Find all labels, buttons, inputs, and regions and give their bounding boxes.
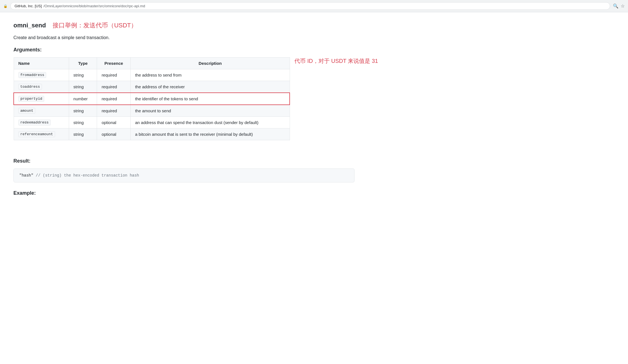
cell-description: the identifier of the tokens to send <box>131 93 290 105</box>
browser-icons: 🔍 ☆ <box>613 3 625 9</box>
cell-presence: optional <box>97 129 131 140</box>
col-header-presence: Presence <box>97 58 131 69</box>
table-row: fromaddressstringrequiredthe address to … <box>14 69 290 81</box>
result-section: Result: "hash" // (string) the hex-encod… <box>13 158 378 182</box>
api-name: omni_send <box>13 22 46 29</box>
cell-type: number <box>69 93 97 105</box>
table-row: toaddressstringrequiredthe address of th… <box>14 81 290 93</box>
cell-presence: required <box>97 81 131 93</box>
cell-presence: required <box>97 93 131 105</box>
col-header-description: Description <box>131 58 290 69</box>
address-bar[interactable]: GitHub, Inc. [US] /OmniLayer/omnicore/bl… <box>10 2 610 10</box>
result-comment: // (string) the hex-encoded transaction … <box>33 173 139 178</box>
table-row: amountstringrequiredthe amount to send <box>14 105 290 117</box>
cell-description: a bitcoin amount that is sent to the rec… <box>131 129 290 140</box>
cell-description: the address of the receiver <box>131 81 290 93</box>
result-title: Result: <box>13 158 378 164</box>
cell-name: fromaddress <box>14 69 69 81</box>
cell-name: toaddress <box>14 81 69 93</box>
lock-icon: 🔒 <box>3 4 8 8</box>
result-hash: "hash" <box>19 173 33 178</box>
cell-name: redeemaddress <box>14 117 69 129</box>
title-area: omni_send 接口举例：发送代币（USDT） <box>13 21 378 30</box>
cell-presence: required <box>97 105 131 117</box>
chinese-title: 接口举例：发送代币（USDT） <box>53 21 137 30</box>
cell-type: string <box>69 69 97 81</box>
star-icon[interactable]: ☆ <box>621 3 625 9</box>
example-section: Example: <box>13 190 378 196</box>
propertyid-annotation: 代币 ID，对于 USDT 来说值是 31 <box>294 57 378 65</box>
param-name-code: fromaddress <box>18 72 46 78</box>
description: Create and broadcast a simple send trans… <box>13 35 378 40</box>
browser-chrome: 🔒 GitHub, Inc. [US] /OmniLayer/omnicore/… <box>0 0 628 12</box>
cell-type: string <box>69 129 97 140</box>
search-icon[interactable]: 🔍 <box>613 3 618 9</box>
cell-type: string <box>69 117 97 129</box>
param-name-code: toaddress <box>18 84 42 90</box>
table-row: referenceamountstringoptionala bitcoin a… <box>14 129 290 140</box>
example-title: Example: <box>13 190 378 196</box>
col-header-name: Name <box>14 58 69 69</box>
cell-name: propertyid <box>14 93 69 105</box>
param-name-code: propertyid <box>18 96 44 102</box>
cell-name: referenceamount <box>14 129 69 140</box>
arguments-table: Name Type Presence Description fromaddre… <box>13 57 290 140</box>
cell-name: amount <box>14 105 69 117</box>
param-name-code: referenceamount <box>18 131 55 137</box>
param-name-code: amount <box>18 108 36 114</box>
table-section: Name Type Presence Description fromaddre… <box>13 57 378 149</box>
result-code-block: "hash" // (string) the hex-encoded trans… <box>13 168 355 182</box>
cell-type: string <box>69 81 97 93</box>
cell-type: string <box>69 105 97 117</box>
table-header-row: Name Type Presence Description <box>14 58 290 69</box>
cell-description: an address that can spend the transactio… <box>131 117 290 129</box>
cell-presence: optional <box>97 117 131 129</box>
url-origin: GitHub, Inc. [US] <box>15 4 42 8</box>
param-name-code: redeemaddress <box>18 120 51 125</box>
table-row: redeemaddressstringoptionalan address th… <box>14 117 290 129</box>
page-content: omni_send 接口举例：发送代币（USDT） Create and bro… <box>0 12 391 207</box>
cell-description: the amount to send <box>131 105 290 117</box>
arguments-title: Arguments: <box>13 47 378 53</box>
cell-presence: required <box>97 69 131 81</box>
url-path: /OmniLayer/omnicore/blob/master/src/omni… <box>44 4 145 8</box>
table-row: propertyidnumberrequiredthe identifier o… <box>14 93 290 105</box>
col-header-type: Type <box>69 58 97 69</box>
cell-description: the address to send from <box>131 69 290 81</box>
